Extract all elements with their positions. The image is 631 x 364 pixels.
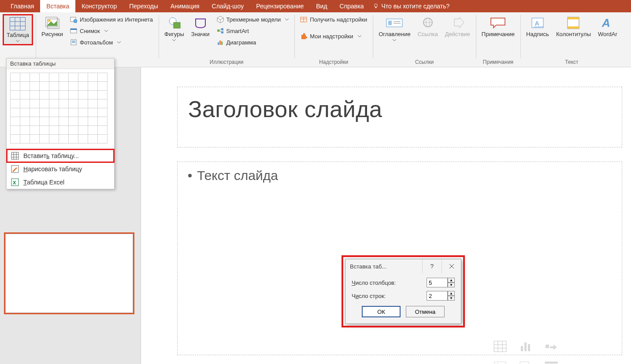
svg-rect-15: [72, 40, 75, 43]
header-footer-button[interactable]: Колонтитулы: [553, 14, 594, 40]
svg-rect-21: [221, 28, 223, 30]
caret-down-icon: [285, 18, 289, 21]
svg-rect-26: [219, 40, 221, 45]
toc-icon: [386, 16, 403, 29]
group-label-links: Ссылки: [415, 58, 434, 66]
icons-icon: [193, 16, 208, 29]
menu-insert-table-label: Вставить таблицу...: [23, 152, 79, 159]
screenshot-button[interactable]: Снимок: [67, 26, 156, 36]
tell-me-search[interactable]: Что вы хотите сделать?: [373, 0, 450, 12]
header-footer-icon: [566, 16, 581, 29]
cube-icon: [217, 16, 224, 23]
insert-picture-icon-button[interactable]: [490, 358, 510, 364]
tab-design[interactable]: Конструктор: [75, 0, 123, 12]
insert-chart-icon-button[interactable]: [516, 338, 535, 355]
smartart-button[interactable]: SmartArt: [214, 26, 292, 36]
svg-rect-27: [221, 41, 223, 45]
tab-help[interactable]: Справка: [334, 0, 370, 12]
action-button[interactable]: Действие: [442, 14, 473, 40]
my-addins-button[interactable]: Мои надстройки: [297, 31, 370, 41]
svg-rect-17: [174, 22, 180, 28]
ok-button[interactable]: ОК: [362, 306, 401, 317]
group-addins: Получить надстройки Мои надстройки Надст…: [294, 12, 373, 67]
cols-spinner[interactable]: ▲▼: [427, 278, 455, 287]
shapes-button[interactable]: Фигуры: [161, 14, 187, 44]
svg-rect-61: [524, 342, 527, 351]
cancel-button[interactable]: Отмена: [406, 306, 445, 317]
slide-thumbnail-1[interactable]: [5, 234, 133, 313]
slide-canvas[interactable]: Заголовок слайда Текст слайда Вста: [141, 67, 631, 364]
cols-input[interactable]: [427, 278, 448, 287]
tab-view[interactable]: Вид: [310, 0, 333, 12]
toc-button[interactable]: Оглавление: [375, 14, 413, 44]
wordart-icon: A: [600, 16, 615, 29]
table-button[interactable]: Таблица: [3, 14, 33, 45]
comment-icon: [489, 16, 507, 29]
insert-video-icon-button[interactable]: [542, 358, 561, 364]
bullet-icon: [188, 174, 192, 177]
cols-down[interactable]: ▼: [448, 283, 455, 287]
insert-smartart-icon-button[interactable]: [542, 338, 561, 355]
caret-down-icon: [117, 41, 121, 44]
rows-spinner[interactable]: ▲▼: [427, 291, 455, 301]
tab-slideshow[interactable]: Слайд-шоу: [206, 0, 250, 12]
textbox-button[interactable]: A Надпись: [523, 14, 552, 40]
svg-rect-55: [494, 341, 506, 352]
group-links: Оглавление Ссылка Действие Ссылки: [373, 12, 476, 67]
rows-input[interactable]: [427, 291, 448, 301]
tab-home[interactable]: Главная: [4, 0, 40, 12]
svg-text:A: A: [535, 20, 539, 27]
cols-label: Число столбцов:: [352, 279, 396, 286]
svg-rect-70: [545, 362, 557, 364]
svg-marker-38: [454, 17, 464, 28]
tab-review[interactable]: Рецензирование: [250, 0, 310, 12]
insert-table-icon-button[interactable]: [490, 338, 510, 355]
svg-rect-25: [218, 42, 219, 45]
dialog-titlebar[interactable]: Вставка таб... ?: [345, 259, 461, 273]
group-label-illustrations: Иллюстрации: [210, 58, 244, 66]
lightbulb-icon: [373, 3, 379, 9]
svg-text:X: X: [13, 180, 16, 185]
insert-online-picture-icon-button[interactable]: [516, 358, 535, 364]
online-pictures-button[interactable]: Изображения из Интернета: [67, 14, 156, 25]
icons-button[interactable]: Значки: [188, 14, 213, 40]
table-dropdown-menu: Вставка таблицы Вставить таблицу... Нари…: [6, 58, 115, 189]
svg-point-8: [48, 19, 51, 22]
svg-line-23: [219, 29, 221, 30]
comment-button[interactable]: Примечание: [479, 14, 518, 40]
content-placeholder[interactable]: Текст слайда Вставка таб... ?: [177, 162, 622, 355]
table-size-grid[interactable]: [7, 69, 114, 147]
action-icon: [450, 16, 465, 29]
menu-excel-table[interactable]: X Таблица Excel: [7, 176, 114, 189]
get-addins-button[interactable]: Получить надстройки: [297, 14, 370, 25]
rows-up[interactable]: ▲: [448, 291, 455, 296]
svg-point-0: [374, 4, 377, 7]
cols-up[interactable]: ▲: [448, 278, 455, 283]
bullet-item[interactable]: Текст слайда: [188, 168, 611, 183]
menu-draw-table[interactable]: Нарисовать таблицу: [7, 162, 114, 176]
svg-rect-13: [71, 29, 77, 30]
dialog-help-button[interactable]: ?: [422, 259, 442, 273]
wordart-button[interactable]: A WordAr: [595, 14, 620, 40]
svg-rect-62: [528, 344, 530, 351]
photo-album-button[interactable]: Фотоальбом: [67, 37, 156, 48]
title-placeholder[interactable]: Заголовок слайда: [177, 87, 622, 147]
slide-title[interactable]: Заголовок слайда: [188, 96, 611, 122]
ribbon-tabstrip: Главная Вставка Конструктор Переходы Ани…: [0, 0, 631, 12]
dialog-close-button[interactable]: [442, 259, 461, 273]
3d-models-button[interactable]: Трехмерные модели: [214, 14, 292, 25]
link-button[interactable]: Ссылка: [415, 14, 441, 40]
chart-button[interactable]: Диаграмма: [214, 37, 292, 48]
caret-down-icon: [104, 30, 108, 32]
group-illustrations: Фигуры Значки Трехмерные модели SmartArt: [159, 12, 294, 67]
menu-insert-table[interactable]: Вставить таблицу...: [7, 149, 114, 162]
svg-rect-63: [546, 345, 549, 348]
pictures-button[interactable]: Рисунки: [38, 14, 66, 40]
rows-down[interactable]: ▼: [448, 296, 455, 301]
tab-insert[interactable]: Вставка: [40, 0, 75, 12]
table-icon: [10, 17, 26, 30]
tab-transitions[interactable]: Переходы: [123, 0, 164, 12]
svg-rect-32: [388, 21, 392, 25]
svg-rect-67: [520, 362, 529, 364]
tab-animations[interactable]: Анимация: [164, 0, 206, 12]
